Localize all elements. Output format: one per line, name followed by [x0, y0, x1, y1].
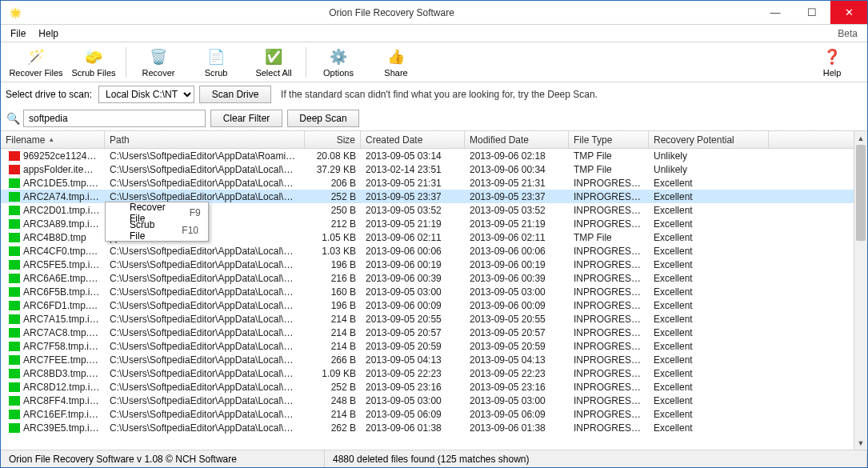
table-row[interactable]: ARC16EF.tmp.inpr...C:\Users\SoftpediaEdi…: [1, 407, 854, 421]
close-button[interactable]: ✕: [830, 1, 867, 24]
deep-scan-button[interactable]: Deep Scan: [287, 110, 359, 127]
menu-file[interactable]: File: [4, 26, 32, 41]
recovery-indicator-icon: [9, 369, 20, 378]
cell-type: INPROGRESS File: [569, 314, 649, 325]
menu-help[interactable]: Help: [32, 26, 65, 41]
cell-modified: 2013-09-06 00:19: [465, 259, 569, 270]
recover-label: Recover: [142, 68, 175, 78]
cell-path: C:\Users\SoftpediaEditor\AppData\Local\M…: [105, 341, 305, 352]
col-modified[interactable]: Modified Date: [465, 131, 569, 148]
table-row[interactable]: ARC6F5B.tmp.inpr...C:\Users\SoftpediaEdi…: [1, 285, 854, 298]
cell-path: C:\Users\SoftpediaEditor\AppData\Local\M…: [105, 246, 305, 257]
cell-filename: ARC6F5B.tmp.inpr...: [23, 286, 100, 298]
options-button[interactable]: ⚙️Options: [310, 44, 367, 81]
cell-path: C:\Users\SoftpediaEditor\AppData\Local\M…: [105, 395, 305, 406]
cell-modified: 2013-09-06 00:06: [465, 246, 569, 257]
vertical-scrollbar[interactable]: ▲ ▼: [854, 131, 867, 450]
cell-size: 214 B: [305, 327, 361, 338]
table-row[interactable]: ARC39E5.tmp.inpr...C:\Users\SoftpediaEdi…: [1, 421, 854, 434]
cell-recovery: Unlikely: [649, 150, 769, 162]
cell-filename: ARC1DE5.tmp.inpr...: [23, 178, 100, 189]
cell-type: INPROGRESS File: [569, 259, 649, 270]
scroll-down-icon[interactable]: ▼: [854, 436, 867, 450]
table-row[interactable]: ARC1DE5.tmp.inpr...C:\Users\SoftpediaEdi…: [1, 176, 854, 190]
table-row[interactable]: ARC7FEE.tmp.inpr...C:\Users\SoftpediaEdi…: [1, 353, 854, 366]
col-path[interactable]: Path: [105, 131, 305, 148]
minimize-button[interactable]: —: [757, 1, 794, 24]
col-type[interactable]: File Type: [569, 131, 649, 148]
scroll-up-icon[interactable]: ▲: [854, 131, 867, 145]
select-all-button[interactable]: ✅Select All: [245, 44, 302, 81]
recover-files-button[interactable]: 🪄Recover Files: [7, 44, 65, 81]
scan-drive-button[interactable]: Scan Drive: [199, 86, 271, 103]
cell-recovery: Excellent: [649, 273, 769, 284]
cell-modified: 2013-09-05 20:55: [465, 314, 569, 325]
app-icon: 🌟: [4, 2, 26, 24]
cell-type: INPROGRESS File: [569, 409, 649, 420]
recovery-indicator-icon: [9, 219, 20, 229]
cell-recovery: Excellent: [649, 218, 769, 230]
cell-type: INPROGRESS File: [569, 341, 649, 352]
cell-size: 1.03 KB: [305, 246, 361, 257]
select-all-icon: ✅: [265, 47, 282, 66]
options-label: Options: [323, 68, 354, 78]
col-recovery[interactable]: Recovery Potential: [649, 131, 769, 148]
cell-modified: 2013-09-05 03:00: [465, 395, 569, 406]
cell-modified: 2013-09-06 00:34: [465, 164, 569, 175]
table-row[interactable]: 969252ce11249fdd...C:\Users\SoftpediaEdi…: [1, 149, 854, 162]
table-row[interactable]: appsFolder.itemdat...C:\Users\SoftpediaE…: [1, 162, 854, 176]
help-button[interactable]: ❓Help: [803, 44, 861, 81]
table-row[interactable]: ARC7F58.tmp.inpr...C:\Users\SoftpediaEdi…: [1, 339, 854, 353]
cell-path: C:\Users\SoftpediaEditor\AppData\Local\M…: [105, 327, 305, 338]
titlebar: 🌟 Orion File Recovery Software — ☐ ✕: [1, 1, 867, 25]
table-row[interactable]: ARC4CF0.tmp.inpr...C:\Users\SoftpediaEdi…: [1, 244, 854, 258]
cell-modified: 2013-09-06 02:18: [465, 150, 569, 162]
window-controls: — ☐ ✕: [757, 1, 867, 24]
share-button[interactable]: 👍Share: [367, 44, 425, 81]
table-row[interactable]: ARC6A6E.tmp.inpr...C:\Users\SoftpediaEdi…: [1, 271, 854, 285]
cell-size: 262 B: [305, 422, 361, 434]
table-row[interactable]: ARC8D12.tmp.inpr...C:\Users\SoftpediaEdi…: [1, 380, 854, 394]
table-row[interactable]: ARC6FD1.tmp.inpr...C:\Users\SoftpediaEdi…: [1, 298, 854, 312]
cell-created: 2013-09-06 00:19: [361, 259, 465, 270]
cell-size: 216 B: [305, 273, 361, 284]
toolbar: 🪄Recover Files🧽Scrub Files🗑️Recover📄Scru…: [1, 42, 867, 82]
cell-recovery: Excellent: [649, 341, 769, 352]
scroll-thumb[interactable]: [856, 145, 866, 241]
recover-button[interactable]: 🗑️Recover: [130, 44, 187, 81]
context-menu: Recover FileF9Scrub FileF10: [105, 202, 209, 242]
cell-type: INPROGRESS File: [569, 395, 649, 406]
scrub-button[interactable]: 📄Scrub: [187, 44, 245, 81]
cell-size: 250 B: [305, 205, 361, 216]
table-row[interactable]: ARC5FE5.tmp.inpr...C:\Users\SoftpediaEdi…: [1, 258, 854, 271]
table-row[interactable]: ARC7A15.tmp.inpr...C:\Users\SoftpediaEdi…: [1, 312, 854, 326]
recovery-indicator-icon: [9, 192, 20, 202]
maximize-button[interactable]: ☐: [794, 1, 830, 24]
cell-path: C:\Users\SoftpediaEditor\AppData\Local\M…: [105, 409, 305, 420]
recovery-indicator-icon: [9, 423, 20, 433]
cell-type: TMP File: [569, 164, 649, 175]
scrub-label: Scrub: [205, 68, 228, 78]
col-size[interactable]: Size: [305, 131, 361, 148]
cell-path: C:\Users\SoftpediaEditor\AppData\Local\M…: [105, 164, 305, 175]
scrub-icon: 📄: [207, 47, 225, 66]
drive-select[interactable]: Local Disk C:\NTFS: [98, 86, 194, 103]
cell-recovery: Excellent: [649, 382, 769, 393]
context-menu-item[interactable]: Scrub FileF10: [107, 222, 206, 239]
table-row[interactable]: ARC8BD3.tmp.inpr...C:\Users\SoftpediaEdi…: [1, 366, 854, 380]
recover-files-label: Recover Files: [9, 68, 62, 78]
col-filename[interactable]: Filename▲: [1, 131, 105, 148]
table-row[interactable]: ARC8FF4.tmp.inpr...C:\Users\SoftpediaEdi…: [1, 394, 854, 407]
scan-row: Select drive to scan: Local Disk C:\NTFS…: [1, 82, 867, 106]
table-row[interactable]: ARC7AC8.tmp.inpr...C:\Users\SoftpediaEdi…: [1, 326, 854, 339]
col-created[interactable]: Created Date: [361, 131, 465, 148]
clear-filter-button[interactable]: Clear Filter: [210, 110, 282, 127]
cell-type: INPROGRESS File: [569, 368, 649, 379]
cell-modified: 2013-09-05 20:57: [465, 327, 569, 338]
scrub-files-button[interactable]: 🧽Scrub Files: [65, 44, 122, 81]
filter-input[interactable]: [23, 110, 206, 127]
cell-modified: 2013-09-05 23:16: [465, 382, 569, 393]
cell-size: 252 B: [305, 382, 361, 393]
table-body: 969252ce11249fdd...C:\Users\SoftpediaEdi…: [1, 149, 854, 450]
statusbar: Orion File Recovery Software v 1.08 © NC…: [1, 450, 867, 467]
